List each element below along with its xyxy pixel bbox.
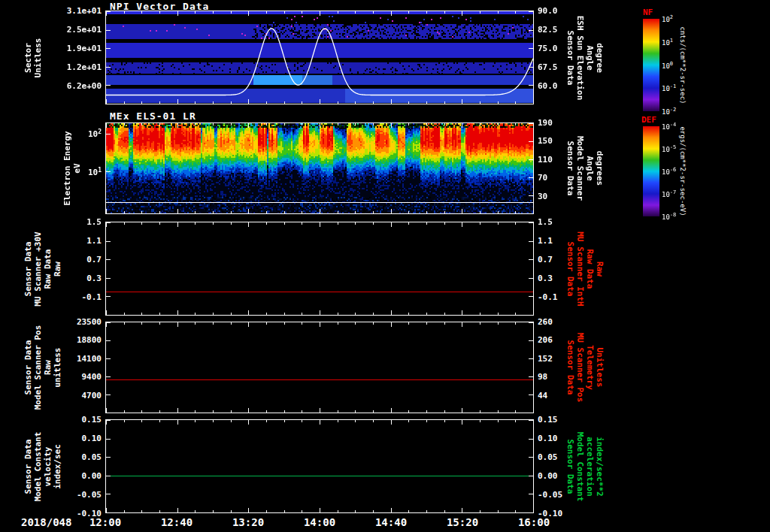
y-tick-mark	[529, 159, 533, 160]
x-tick-mark	[124, 510, 125, 512]
x-tick-mark	[213, 420, 214, 422]
x-tick-mark	[408, 222, 409, 225]
y-tick-label: 260	[538, 318, 553, 326]
x-tick-mark	[320, 11, 320, 16]
x-tick-mark	[266, 123, 267, 125]
x-tick-mark	[302, 420, 302, 422]
x-tick-mark	[177, 11, 178, 16]
x-tick-mark	[426, 222, 427, 225]
x-tick-mark	[106, 408, 107, 413]
x-tick-mark	[195, 211, 196, 213]
x-tick-mark	[338, 222, 338, 225]
y-tick-label: 98	[538, 373, 547, 381]
x-tick-mark	[177, 322, 178, 327]
x-tick-mark	[159, 222, 160, 225]
x-tick-mark	[338, 322, 338, 325]
x-tick-mark	[391, 420, 392, 425]
y-tick-mark	[529, 358, 533, 359]
right-axis-label-mu-scanner: Raw Raw Data MU Scanner IntH Sensor Data	[565, 231, 605, 306]
x-tick-mark	[284, 313, 285, 315]
x-tick-mark	[231, 222, 232, 225]
x-tick-mark	[338, 101, 338, 104]
x-tick-mark	[408, 322, 409, 325]
x-tick-mark	[195, 313, 196, 315]
x-tick-mark	[195, 222, 196, 225]
x-tick-mark	[159, 420, 160, 422]
x-tick-mark	[338, 510, 338, 512]
x-tick-mark	[426, 410, 427, 413]
x-tick-mark	[408, 420, 409, 422]
y-tick-mark	[529, 85, 533, 86]
x-tick-mark	[355, 420, 356, 422]
x-tick-mark	[462, 408, 462, 413]
y-tick-label: 0.15	[82, 416, 102, 424]
x-tick-mark	[177, 508, 178, 512]
y-tick-label: 190	[538, 119, 553, 127]
x-tick-mark	[533, 11, 534, 16]
y-tick-mark	[529, 394, 533, 395]
x-tick-mark	[515, 211, 516, 213]
x-tick-mark	[426, 313, 427, 315]
x-axis-tick-label: 14:00	[304, 516, 335, 528]
y-tick-label: 23500	[77, 318, 102, 326]
x-tick-mark	[515, 101, 516, 104]
x-tick-mark	[355, 123, 356, 125]
x-tick-mark	[302, 101, 302, 104]
y-tick-label: 0.05	[538, 453, 558, 461]
x-tick-mark	[177, 408, 178, 413]
y-tick-label: 0.00	[82, 472, 102, 480]
x-tick-mark	[177, 123, 178, 128]
x-tick-mark	[462, 99, 462, 104]
x-tick-mark	[124, 322, 125, 325]
x-tick-mark	[248, 11, 249, 16]
x-tick-mark	[515, 510, 516, 512]
data-line-scanner-pos	[106, 379, 533, 380]
x-tick-mark	[320, 420, 320, 425]
x-tick-mark	[248, 420, 249, 425]
y-tick-label: 14100	[77, 354, 102, 362]
x-tick-mark	[498, 11, 499, 14]
x-tick-mark	[462, 123, 462, 128]
x-tick-mark	[498, 101, 499, 104]
x-tick-mark	[391, 508, 392, 512]
panel-scanner-pos	[105, 322, 534, 413]
x-tick-mark	[124, 222, 125, 225]
x-tick-mark	[515, 322, 516, 325]
x-tick-mark	[462, 222, 462, 227]
y-tick-mark	[529, 420, 533, 421]
x-tick-mark	[266, 101, 267, 104]
x-tick-mark	[355, 211, 356, 213]
y-tick-mark	[529, 177, 533, 178]
x-tick-mark	[408, 211, 409, 213]
y-tick-mark	[106, 439, 111, 440]
x-tick-mark	[391, 408, 392, 413]
x-axis-tick-label: 12:40	[161, 516, 192, 528]
x-tick-mark	[106, 310, 107, 315]
x-tick-mark	[480, 101, 480, 104]
x-tick-mark	[426, 11, 427, 14]
x-tick-mark	[124, 410, 125, 413]
y-tick-mark	[529, 259, 533, 260]
y-tick-mark	[106, 322, 111, 323]
x-tick-mark	[515, 313, 516, 315]
x-tick-mark	[213, 313, 214, 315]
x-tick-mark	[498, 410, 499, 413]
x-tick-mark	[391, 322, 392, 327]
y-tick-mark	[529, 241, 533, 242]
y-tick-mark	[529, 222, 533, 223]
x-tick-mark	[391, 123, 392, 128]
x-tick-mark	[391, 99, 392, 104]
y-tick-mark	[106, 296, 111, 297]
x-tick-mark	[284, 420, 285, 422]
y-tick-mark	[106, 476, 111, 476]
x-tick-mark	[231, 410, 232, 413]
x-tick-mark	[213, 222, 214, 225]
x-tick-mark	[444, 420, 445, 422]
x-tick-mark	[320, 322, 320, 327]
y-tick-mark	[529, 494, 533, 494]
x-tick-mark	[159, 11, 160, 14]
x-tick-mark	[338, 11, 338, 14]
x-tick-mark	[231, 322, 232, 325]
x-tick-mark	[373, 420, 374, 422]
x-tick-mark	[266, 222, 267, 225]
